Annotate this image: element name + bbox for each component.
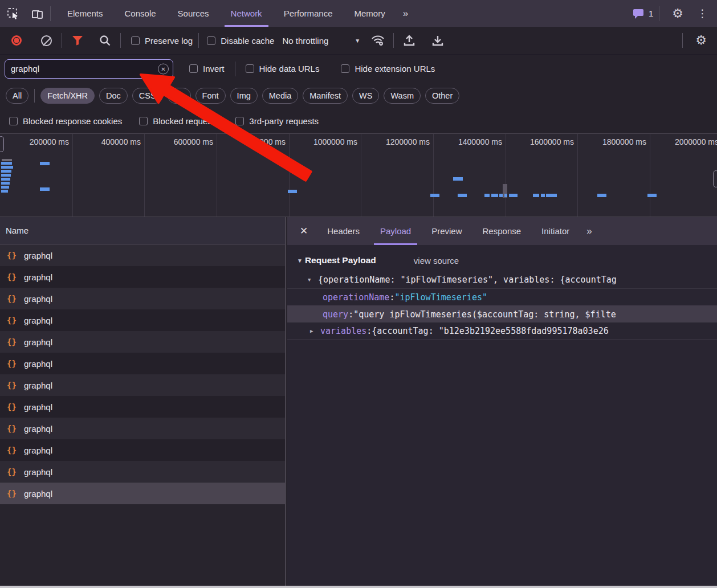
- request-row[interactable]: {}graphql: [0, 483, 285, 504]
- tab-console[interactable]: Console: [114, 0, 167, 27]
- request-row[interactable]: {}graphql: [0, 374, 285, 396]
- request-name: graphql: [24, 446, 52, 455]
- clear-network-log-icon[interactable]: [36, 31, 56, 50]
- triangle-right-icon[interactable]: ▶: [310, 328, 318, 334]
- blocked-response-cookies-checkbox[interactable]: Blocked response cookies: [9, 116, 122, 126]
- disable-cache-label: Disable cache: [221, 36, 274, 46]
- invert-label: Invert: [203, 64, 225, 74]
- request-row[interactable]: {}graphql: [0, 396, 285, 418]
- checkbox[interactable]: [246, 64, 254, 73]
- name-column-header[interactable]: Name: [0, 217, 285, 244]
- checkbox[interactable]: [341, 64, 349, 73]
- json-braces-icon: {}: [7, 316, 24, 325]
- clear-filter-icon[interactable]: ✕: [158, 63, 169, 74]
- blocked-requests-checkbox[interactable]: Blocked requests: [139, 116, 218, 126]
- tab-memory[interactable]: Memory: [344, 0, 396, 27]
- chip-other[interactable]: Other: [425, 88, 459, 104]
- timeline-tick-label: 200000 ms: [0, 137, 69, 146]
- network-conditions-icon[interactable]: [368, 31, 388, 50]
- triangle-down-icon[interactable]: ▼: [308, 277, 316, 283]
- checkbox[interactable]: [139, 117, 148, 125]
- property-key: variables: [320, 326, 366, 336]
- payload-object-row[interactable]: ▼ {operationName: "ipFlowTimeseries", va…: [287, 271, 717, 288]
- more-panels-icon[interactable]: »: [396, 8, 414, 19]
- kebab-menu-icon[interactable]: ⋮: [690, 8, 717, 19]
- colon: :: [389, 292, 394, 303]
- tab-payload[interactable]: Payload: [370, 217, 421, 245]
- request-row[interactable]: {}graphql: [0, 353, 285, 374]
- filter-text-field[interactable]: ✕: [5, 59, 173, 79]
- chip-ws[interactable]: WS: [352, 88, 379, 104]
- timeline-tick-label: 400000 ms: [71, 137, 141, 146]
- request-row[interactable]: {}graphql: [0, 331, 285, 353]
- overview-left-handle[interactable]: [0, 136, 4, 152]
- third-party-requests-checkbox[interactable]: 3rd-party requests: [235, 116, 319, 126]
- view-source-link[interactable]: view source: [414, 256, 459, 266]
- chip-media[interactable]: Media: [262, 88, 299, 104]
- tab-response[interactable]: Response: [472, 217, 532, 245]
- waterfall-bar: [484, 194, 490, 197]
- disable-cache-checkbox[interactable]: Disable cache: [207, 36, 274, 46]
- request-name: graphql: [24, 402, 52, 412]
- payload-property-row-expandable[interactable]: ▶ variables: {accountTag: "b12e3b2192ee5…: [287, 322, 717, 340]
- network-settings-gear-icon[interactable]: ⚙: [689, 34, 717, 47]
- chip-font[interactable]: Font: [195, 88, 226, 104]
- tab-preview[interactable]: Preview: [421, 217, 472, 245]
- search-icon[interactable]: [95, 31, 115, 50]
- tab-network[interactable]: Network: [220, 0, 273, 27]
- tab-sources[interactable]: Sources: [167, 0, 220, 27]
- json-braces-icon: {}: [7, 489, 24, 498]
- chip-manifest[interactable]: Manifest: [303, 88, 348, 104]
- request-row[interactable]: {}graphql: [0, 266, 285, 288]
- tab-headers[interactable]: Headers: [317, 217, 370, 245]
- payload-property-row-selected[interactable]: query: "query ipFlowTimeseries($accountT…: [287, 305, 717, 322]
- timeline-tick-label: 2000000 ms: [649, 137, 717, 146]
- export-har-icon[interactable]: [428, 31, 447, 50]
- checkbox[interactable]: [235, 117, 244, 125]
- request-row[interactable]: {}graphql: [0, 439, 285, 461]
- request-row[interactable]: {}graphql: [0, 244, 285, 266]
- request-row[interactable]: {}graphql: [0, 288, 285, 309]
- chip-img[interactable]: Img: [230, 88, 258, 104]
- payload-property-row[interactable]: operationName: "ipFlowTimeseries": [287, 288, 717, 305]
- filter-funnel-icon[interactable]: [68, 31, 87, 50]
- request-row[interactable]: {}graphql: [0, 418, 285, 439]
- waterfall-overview[interactable]: 200000 ms400000 ms600000 ms800000 ms1000…: [0, 134, 717, 217]
- checkbox[interactable]: [189, 64, 198, 73]
- chip-wasm[interactable]: Wasm: [384, 88, 421, 104]
- waterfall-bar: [430, 194, 439, 197]
- chip-doc[interactable]: Doc: [99, 88, 128, 104]
- invert-checkbox[interactable]: Invert: [189, 64, 225, 74]
- tab-elements[interactable]: Elements: [56, 0, 114, 27]
- chip-all[interactable]: All: [6, 88, 28, 104]
- overview-right-handle[interactable]: [713, 170, 717, 187]
- record-network-log-icon[interactable]: [7, 31, 26, 50]
- settings-gear-icon[interactable]: ⚙: [665, 7, 690, 20]
- filter-input[interactable]: [5, 64, 173, 74]
- device-toolbar-icon[interactable]: [30, 7, 44, 20]
- chip-css[interactable]: CSS: [132, 88, 163, 104]
- checkbox[interactable]: [9, 117, 18, 125]
- import-har-icon[interactable]: [400, 31, 419, 50]
- request-row[interactable]: {}graphql: [0, 461, 285, 483]
- divider: [34, 89, 35, 103]
- tab-initiator[interactable]: Initiator: [531, 217, 580, 245]
- request-payload-section-header[interactable]: ▼ Request Payload view source: [287, 245, 717, 271]
- close-icon[interactable]: ✕: [287, 225, 317, 237]
- more-tabs-icon[interactable]: »: [580, 226, 597, 237]
- issues-icon[interactable]: [632, 8, 645, 19]
- payload-object-preview: {operationName: "ipFlowTimeseries", vari…: [318, 275, 617, 285]
- inspect-element-icon[interactable]: [6, 7, 21, 20]
- tab-performance[interactable]: Performance: [273, 0, 344, 27]
- hide-extension-urls-checkbox[interactable]: Hide extension URLs: [341, 64, 435, 74]
- preserve-log-checkbox[interactable]: Preserve log: [131, 36, 193, 46]
- chip-js[interactable]: JS: [168, 88, 191, 104]
- checkbox[interactable]: [131, 36, 140, 45]
- request-row[interactable]: {}graphql: [0, 309, 285, 331]
- issues-count-badge: 1: [649, 9, 653, 18]
- hide-data-urls-checkbox[interactable]: Hide data URLs: [246, 64, 320, 74]
- throttling-select[interactable]: No throttling ▼: [282, 36, 360, 46]
- chip-fetch-xhr[interactable]: Fetch/XHR: [40, 88, 95, 104]
- request-name: graphql: [24, 251, 52, 260]
- checkbox[interactable]: [207, 36, 215, 45]
